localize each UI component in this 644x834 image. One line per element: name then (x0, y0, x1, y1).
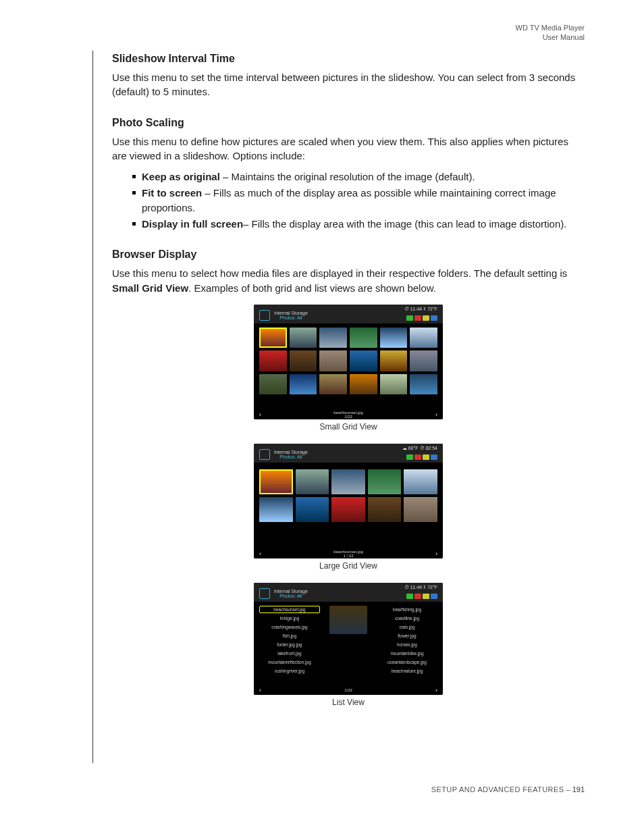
blue-pill-icon (431, 594, 437, 599)
tv-storage-label: Internal Storage (274, 311, 308, 316)
tv-filter-label: Photos: All (274, 315, 308, 320)
para-browser-display-bold: Small Grid View (112, 282, 188, 294)
page-header: WD TV Media Player User Manual (516, 23, 585, 43)
blue-pill-icon (431, 454, 437, 460)
green-pill-icon (406, 454, 413, 460)
footer-counter: 1/22 (344, 415, 352, 419)
chevron-right-icon: › (435, 411, 437, 418)
list-item: horses.jpg (377, 641, 437, 648)
color-buttons (406, 454, 437, 460)
thumbnail (331, 497, 365, 522)
para-photo-scaling: Use this menu to define how pictures are… (112, 134, 585, 163)
tv-status-bar: ☁ 60°F ⏱ 02:54 (402, 446, 437, 451)
heading-slideshow-interval: Slideshow Interval Time (112, 53, 585, 65)
green-pill-icon (406, 594, 413, 599)
screenshot-large-grid-view: Internal Storage Photos: All ☁ 60°F ⏱ 02… (254, 444, 443, 558)
tv-storage-label: Internal Storage (274, 450, 308, 455)
figure-list-view: Internal Storage Photos: All ⏱ 11:44 ☀ 7… (112, 583, 585, 707)
header-line-1: WD TV Media Player (516, 23, 585, 32)
chevron-left-icon: ‹ (259, 411, 261, 418)
tv-footer: ‹ 1/22 › (254, 685, 443, 695)
thumbnail (331, 469, 365, 494)
yellow-pill-icon (423, 454, 429, 460)
thumbnail-grid-small (259, 328, 437, 395)
left-rule (92, 51, 93, 763)
option-display-full-screen: Display in full screen– Fills the displa… (132, 217, 585, 231)
red-pill-icon (414, 594, 421, 599)
tv-storage-label: Internal Storage (274, 589, 308, 594)
color-buttons (406, 315, 437, 321)
option-keep-original: Keep as original – Maintains the origina… (132, 170, 585, 184)
thumbnail (404, 469, 437, 494)
red-pill-icon (414, 315, 421, 321)
green-pill-icon (406, 315, 413, 321)
screenshot-small-grid-view: Internal Storage Photos: All ⏱ 11:44 ☀ 7… (254, 305, 443, 419)
list-item: bridge.jpg (259, 615, 320, 622)
list-preview-thumbnail (329, 606, 367, 634)
thumbnail-grid-large (259, 469, 437, 522)
tv-filter-label: Photos: All (274, 454, 308, 459)
list-item-selected: beachsunset.jpg (259, 606, 320, 613)
para-browser-display-b: . Examples of both grid and list views a… (188, 282, 436, 294)
footer-section: SETUP AND ADVANCED FEATURES (431, 785, 564, 793)
option-keep-original-bold: Keep as original (142, 171, 220, 182)
photos-icon (259, 310, 270, 321)
thumbnail (296, 497, 329, 522)
list-item: mountainreflection.jpg (259, 658, 320, 666)
thumbnail (368, 469, 402, 494)
caption-large-grid: Large Grid View (112, 561, 585, 571)
thumbnail (290, 350, 317, 371)
option-fit-to-screen: Fit to screen – Fills as much of the dis… (132, 186, 585, 215)
option-display-full-screen-bold: Display in full screen (142, 218, 243, 230)
header-line-2: User Manual (516, 32, 585, 42)
thumbnail (410, 350, 437, 371)
list-item: lakefront.jpg (259, 650, 320, 657)
photos-icon (259, 588, 270, 599)
thumbnail (350, 328, 377, 348)
para-slideshow-interval: Use this menu to set the time interval b… (112, 70, 585, 99)
caption-list-view: List View (112, 698, 585, 707)
footer-counter: 1/22 (344, 688, 352, 692)
tv-header: Internal Storage Photos: All ⏱ 11:44 ☀ 7… (254, 305, 443, 323)
thumbnail (368, 497, 402, 522)
figure-large-grid: Internal Storage Photos: All ☁ 60°F ⏱ 02… (112, 444, 585, 571)
option-keep-original-text: – Maintains the original resolution of t… (220, 171, 475, 182)
list-item: rushingriver.jpg (259, 667, 320, 675)
para-browser-display-a: Use this menu to select how media files … (112, 267, 567, 279)
list-item: mountainbike.jpg (377, 650, 437, 657)
list-view-body: beachsunset.jpg bridge.jpg crashingwaves… (259, 606, 437, 684)
list-photo-scaling-options: Keep as original – Maintains the origina… (132, 170, 585, 231)
caption-small-grid: Small Grid View (112, 422, 585, 432)
list-item: crashingwaves.jpg (259, 623, 320, 631)
heading-browser-display: Browser Display (112, 249, 585, 261)
tv-header: Internal Storage Photos: All ☁ 60°F ⏱ 02… (254, 444, 443, 463)
thumbnail (259, 350, 287, 371)
tv-status-bar: ⏱ 11:44 ☀ 72°F (404, 585, 437, 590)
tv-filter-label: Photos: All (274, 594, 308, 598)
thumbnail (350, 350, 377, 371)
footer-sep: – (564, 785, 572, 793)
thumbnail (404, 497, 437, 522)
thumbnail (380, 374, 408, 395)
screenshot-list-view: Internal Storage Photos: All ⏱ 11:44 ☀ 7… (254, 583, 443, 695)
thumbnail-selected (259, 328, 287, 348)
photos-icon (259, 449, 270, 460)
list-item: beachnature.jpg (377, 667, 437, 675)
tv-status-bar: ⏱ 11:44 ☀ 72°F (404, 307, 437, 311)
thumbnail (319, 350, 347, 371)
thumbnail (259, 497, 293, 522)
thumbnail (290, 328, 317, 348)
thumbnail (296, 469, 329, 494)
tv-header: Internal Storage Photos: All ⏱ 11:44 ☀ 7… (254, 583, 443, 602)
thumbnail (410, 328, 437, 348)
list-item: coastline.jpg (377, 615, 437, 622)
list-item: crab.jpg (377, 623, 437, 631)
color-buttons (406, 594, 437, 599)
tv-footer: ‹ beachsunset.jpg 1/22 › (254, 410, 443, 419)
content-area: Slideshow Interval Time Use this menu to… (112, 53, 585, 719)
thumbnail (380, 328, 408, 348)
yellow-pill-icon (423, 594, 429, 599)
list-item: folder.jpg.jpg (259, 641, 320, 648)
red-pill-icon (414, 454, 421, 460)
thumbnail (259, 374, 287, 394)
